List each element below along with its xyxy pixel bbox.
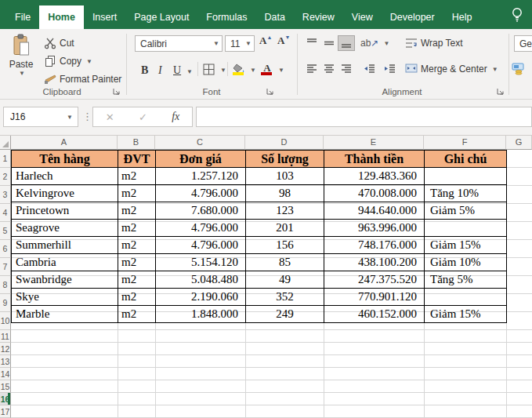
accounting-format-button[interactable] (512, 60, 526, 76)
column-header-G[interactable]: G (506, 136, 532, 150)
cell[interactable]: Cambria (12, 254, 118, 271)
alignment-dialog-launcher-icon[interactable] (497, 88, 505, 96)
cell[interactable]: Kelvingrove (12, 185, 118, 202)
row-header-11[interactable]: 11 (0, 330, 11, 343)
copy-button[interactable]: Copy ▼ (44, 53, 92, 69)
row-header-12[interactable]: 12 (0, 343, 11, 355)
font-color-button[interactable]: A ▼ (261, 62, 284, 78)
cell[interactable]: 201 (246, 220, 324, 237)
borders-button[interactable]: ▼ (203, 62, 226, 78)
cell[interactable] (425, 168, 507, 185)
underline-button[interactable]: U (173, 61, 181, 77)
number-format-select[interactable]: Ger (514, 35, 532, 52)
cell[interactable]: m2 (118, 271, 156, 289)
row-header-10[interactable]: 10 (0, 312, 11, 330)
cell[interactable]: Marble (12, 306, 118, 323)
cell[interactable]: 963.996.000 (324, 220, 425, 237)
font-name-select[interactable]: Calibri ▼ (135, 35, 223, 52)
tab-page-layout[interactable]: Page Layout (125, 5, 197, 29)
font-size-select[interactable]: 11 ▼ (225, 35, 255, 52)
decrease-indent-button[interactable] (360, 61, 378, 77)
column-header-E[interactable]: E (324, 136, 424, 150)
cell[interactable]: Harlech (12, 168, 118, 185)
cell[interactable]: Skye (12, 289, 118, 306)
cell[interactable]: m2 (118, 185, 156, 202)
cell[interactable]: Princetown (12, 202, 118, 220)
cell[interactable]: m2 (118, 254, 156, 271)
cell[interactable]: m2 (118, 220, 156, 237)
header-cell[interactable]: Số lượng (246, 151, 324, 168)
cell[interactable]: 470.008.000 (324, 185, 425, 202)
fill-color-button[interactable]: ▼ (233, 62, 256, 78)
cell[interactable]: 4.796.000 (156, 220, 246, 237)
cell[interactable]: 129.483.360 (324, 168, 425, 185)
row-header-17[interactable]: 17 (0, 405, 11, 418)
row-header-14[interactable]: 14 (0, 368, 11, 380)
header-cell[interactable]: Thành tiền (324, 151, 425, 168)
cell[interactable]: 460.152.000 (324, 306, 425, 323)
fill-color-dropdown-icon[interactable]: ▼ (250, 67, 256, 74)
font-size-dropdown-icon[interactable]: ▼ (245, 40, 252, 47)
column-header-A[interactable]: A (11, 136, 118, 150)
tab-developer[interactable]: Developer (382, 5, 443, 29)
merge-center-button[interactable]: Merge & Center ▼ (405, 61, 498, 77)
align-middle-button[interactable] (320, 35, 338, 51)
cell[interactable]: Swanbridge (12, 271, 118, 289)
cell[interactable]: 944.640.000 (324, 202, 425, 220)
column-header-F[interactable]: F (424, 136, 506, 150)
tell-me-lightbulb-icon[interactable] (509, 6, 525, 24)
cell[interactable]: Tăng 5% (425, 271, 507, 289)
italic-button[interactable]: I (158, 61, 162, 77)
cell[interactable]: 352 (246, 289, 324, 306)
increase-indent-button[interactable] (381, 61, 398, 77)
cell[interactable]: 770.901.120 (324, 289, 425, 306)
wrap-text-button[interactable]: Wrap Text (405, 35, 463, 51)
format-painter-button[interactable]: Format Painter (44, 71, 121, 87)
orientation-button[interactable]: ab↗ ▼ (360, 35, 389, 51)
cell[interactable]: 748.176.000 (324, 237, 425, 254)
cell[interactable]: 249 (246, 306, 324, 323)
tab-review[interactable]: Review (294, 5, 343, 29)
align-right-button[interactable] (338, 61, 355, 77)
cell[interactable]: 438.100.200 (324, 254, 425, 271)
cut-button[interactable]: Cut (44, 35, 74, 51)
orientation-dropdown-icon[interactable]: ▼ (383, 40, 389, 47)
cell[interactable] (425, 289, 507, 306)
row-header-6[interactable]: 6 (0, 240, 11, 258)
cell[interactable]: 1.257.120 (156, 168, 246, 185)
header-cell[interactable]: ĐVT (118, 151, 156, 168)
cell[interactable]: 1.848.000 (156, 306, 246, 323)
increase-font-size-button[interactable]: A▲ (259, 35, 272, 47)
cell[interactable]: m2 (118, 168, 156, 185)
font-name-dropdown-icon[interactable]: ▼ (213, 40, 219, 47)
cell[interactable]: 85 (246, 254, 324, 271)
cell[interactable]: 49 (246, 271, 324, 289)
merge-center-dropdown-icon[interactable]: ▼ (492, 66, 498, 73)
tab-data[interactable]: Data (255, 5, 293, 29)
header-cell[interactable]: Đơn giá (156, 151, 246, 168)
cell[interactable]: m2 (118, 289, 156, 306)
clipboard-dialog-launcher-icon[interactable] (113, 88, 121, 96)
font-color-dropdown-icon[interactable]: ▼ (278, 67, 284, 74)
font-dialog-launcher-icon[interactable] (266, 88, 274, 96)
cell[interactable]: 123 (246, 202, 324, 220)
cell[interactable]: 247.375.520 (324, 271, 425, 289)
tab-insert[interactable]: Insert (84, 5, 125, 29)
row-header-5[interactable]: 5 (0, 222, 11, 240)
formula-bar-resize-handle[interactable]: ⋮ (82, 111, 92, 122)
cell[interactable]: 156 (246, 237, 324, 254)
name-box[interactable]: J16 ▼ (3, 107, 78, 127)
cell[interactable]: m2 (118, 202, 156, 220)
cell[interactable] (425, 220, 507, 237)
cell[interactable]: Tăng 10% (425, 185, 507, 202)
cell[interactable]: Giảm 5% (425, 202, 507, 220)
tab-help[interactable]: Help (443, 5, 481, 29)
decrease-font-size-button[interactable]: A▼ (277, 35, 290, 47)
align-center-button[interactable] (320, 61, 338, 77)
header-cell[interactable]: Ghi chú (425, 151, 507, 168)
paste-button[interactable]: Paste ▼ (5, 34, 38, 90)
cell[interactable]: 5.048.480 (156, 271, 246, 289)
row-header-4[interactable]: 4 (0, 204, 11, 222)
cell[interactable]: Seagrove (12, 220, 118, 237)
column-header-C[interactable]: C (155, 136, 245, 150)
